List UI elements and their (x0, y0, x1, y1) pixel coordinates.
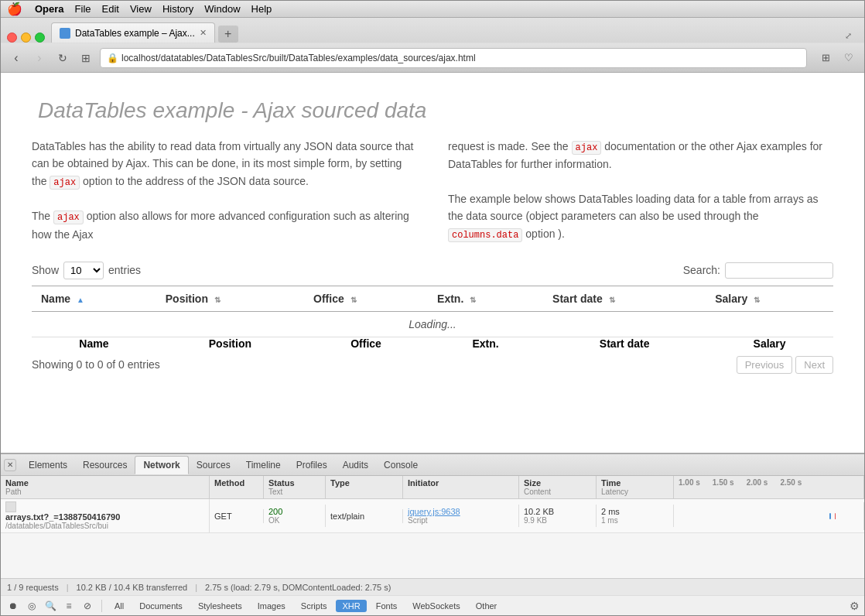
devtools-tab-console[interactable]: Console (376, 457, 426, 474)
status-load-time: 2.75 s (load: 2.79 s, DOMContentLoaded: … (205, 583, 391, 592)
devtools-tab-resources[interactable]: Resources (75, 457, 135, 474)
menu-file[interactable]: File (75, 3, 91, 15)
nr-initiator-type: Script (408, 516, 514, 525)
forward-button[interactable]: › (30, 49, 49, 67)
filter-all[interactable]: All (108, 600, 130, 612)
devtools-tab-elements[interactable]: Elements (21, 457, 75, 474)
nt-header-size: Size Content (519, 476, 597, 498)
apple-menu[interactable]: 🍎 (7, 2, 22, 16)
filter-icon-stop[interactable]: ⊘ (80, 598, 95, 614)
col-position[interactable]: Position ⇅ (156, 286, 304, 311)
show-label: Show (32, 264, 59, 276)
devtools-close-button[interactable]: ✕ (4, 459, 16, 471)
filter-websockets[interactable]: WebSockets (406, 600, 467, 612)
fullscreen-icon[interactable]: ⤢ (839, 29, 858, 43)
sort-icon-startdate: ⇅ (609, 296, 615, 304)
sort-icon-name: ▲ (77, 296, 84, 304)
col-salary[interactable]: Salary ⇅ (706, 286, 833, 311)
close-button[interactable] (7, 33, 17, 43)
menu-view[interactable]: View (130, 3, 152, 15)
nr-name-cell: arrays.txt?_=1388750416790 /datatables/D… (1, 499, 210, 532)
desc-para-4: The example below shows DataTables loadi… (448, 190, 833, 243)
col-startdate[interactable]: Start date ⇅ (543, 286, 706, 311)
foot-col-name: Name (32, 337, 156, 350)
desc-para-3: request is made. See the ajax documentat… (448, 138, 833, 173)
maximize-button[interactable] (35, 33, 45, 43)
network-table-header: Name Path Method Status Text Type Initia (1, 476, 864, 499)
show-entries: Show 10 25 50 100 entries (32, 262, 141, 279)
ajax-code-1: ajax (50, 176, 80, 190)
address-bar[interactable] (121, 53, 800, 63)
foot-col-position: Position (156, 337, 304, 350)
filter-scripts[interactable]: Scripts (295, 600, 333, 612)
desc-para-1: DataTables has the ability to read data … (32, 138, 417, 190)
foot-col-startdate: Start date (543, 337, 706, 350)
tabs-grid-icon[interactable]: ⊞ (816, 49, 835, 67)
entries-label: entries (108, 264, 141, 276)
page-content-area: DataTables example- Ajax sourced data Da… (1, 73, 864, 453)
sort-icon-office: ⇅ (350, 296, 357, 304)
filter-icon-list[interactable]: ≡ (61, 598, 77, 614)
nr-initiator-link[interactable]: jquery.js:9638 (408, 507, 514, 516)
nr-size-cell: 10.2 KB 9.9 KB (519, 505, 597, 527)
menu-edit[interactable]: Edit (102, 3, 119, 15)
browser-body: DataTables example- Ajax sourced data Da… (1, 73, 864, 615)
col-extn[interactable]: Extn. ⇅ (428, 286, 543, 311)
foot-col-office: Office (304, 337, 428, 350)
nr-type-cell: text/plain (326, 509, 403, 523)
devtools-tab-profiles[interactable]: Profiles (289, 457, 335, 474)
next-page-button[interactable]: Next (795, 356, 833, 374)
new-tab-button[interactable]: + (218, 26, 238, 43)
loading-text: Loading... (32, 311, 833, 337)
filter-documents[interactable]: Documents (133, 600, 189, 612)
filter-images[interactable]: Images (251, 600, 292, 612)
tab-close-icon[interactable]: ✕ (200, 28, 207, 38)
network-row[interactable]: arrays.txt?_=1388750416790 /datatables/D… (1, 499, 864, 533)
filter-icon-record[interactable]: ⏺ (5, 598, 21, 614)
filter-icon-search[interactable]: 🔍 (43, 598, 58, 614)
minimize-button[interactable] (21, 33, 31, 43)
nr-method: GET (214, 512, 258, 521)
nr-size-top: 10.2 KB (524, 507, 591, 516)
datatable-controls-top: Show 10 25 50 100 entries Search: (32, 262, 833, 279)
menu-history[interactable]: History (162, 3, 193, 15)
search-input[interactable] (725, 262, 833, 279)
address-bar-container: 🔒 (100, 48, 807, 68)
ssl-icon: 🔒 (107, 53, 118, 63)
menu-help[interactable]: Help (251, 3, 272, 15)
filter-fonts[interactable]: Fonts (370, 600, 404, 612)
active-tab[interactable]: DataTables example – Ajax... ✕ (51, 22, 215, 43)
devtools-tab-timeline[interactable]: Timeline (238, 457, 289, 474)
col-office[interactable]: Office ⇅ (304, 286, 428, 311)
devtools-tab-network[interactable]: Network (135, 456, 188, 474)
ajax-code-2: ajax (53, 210, 84, 224)
filter-other[interactable]: Other (470, 600, 504, 612)
nr-latency: 1 ms (601, 516, 668, 525)
devtools-tab-audits[interactable]: Audits (335, 457, 376, 474)
sort-icon-salary: ⇅ (754, 296, 760, 304)
sort-icon-position: ⇅ (214, 296, 221, 304)
prev-page-button[interactable]: Previous (737, 356, 793, 374)
col-name[interactable]: Name ▲ (32, 286, 156, 311)
back-button[interactable]: ‹ (7, 49, 26, 67)
menu-opera[interactable]: Opera (35, 3, 64, 15)
nt-header-type: Type (326, 476, 403, 498)
nt-header-initiator: Initiator (403, 476, 519, 498)
entries-select[interactable]: 10 25 50 100 (63, 262, 104, 279)
filter-icon-clear[interactable]: ◎ (24, 598, 39, 614)
devtools-panel: ✕ Elements Resources Network Sources Tim… (1, 453, 864, 615)
datatable: Name ▲ Position ⇅ Office ⇅ Extn. ⇅ (32, 286, 833, 350)
bookmark-icon[interactable]: ♡ (839, 49, 858, 67)
nr-status-code: 200 (268, 507, 320, 516)
refresh-button[interactable]: ↻ (53, 49, 72, 67)
devtools-tab-sources[interactable]: Sources (189, 457, 238, 474)
settings-gear-icon[interactable]: ⚙ (850, 600, 860, 612)
status-size: 10.2 KB / 10.4 KB transferred (77, 583, 188, 592)
nr-size-content: 9.9 KB (524, 516, 591, 525)
loading-row: Loading... (32, 311, 833, 337)
tab-title: DataTables example – Ajax... (75, 28, 195, 39)
filter-stylesheets[interactable]: Stylesheets (192, 600, 248, 612)
filter-xhr[interactable]: XHR (336, 600, 366, 612)
tabs-overview-button[interactable]: ⊞ (77, 49, 95, 67)
menu-window[interactable]: Window (204, 3, 240, 15)
